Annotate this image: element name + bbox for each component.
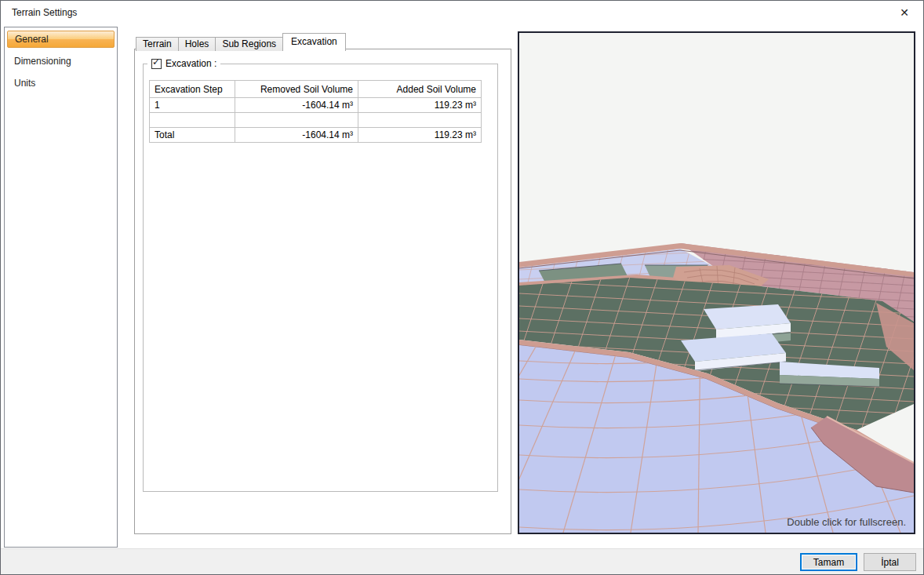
checkbox-box: ✓ bbox=[151, 59, 162, 69]
excavation-groupbox: ✓ Excavation : Excavation Step Removed S… bbox=[143, 64, 498, 492]
close-icon: ✕ bbox=[900, 6, 909, 19]
table-row[interactable] bbox=[150, 113, 482, 128]
table-cell bbox=[235, 113, 358, 128]
table-cell: -1604.14 m³ bbox=[235, 98, 358, 113]
table-cell: Total bbox=[150, 128, 235, 143]
close-button[interactable]: ✕ bbox=[890, 2, 919, 23]
tab-strip: Terrain Holes Sub Regions Excavation bbox=[136, 33, 345, 51]
check-icon: ✓ bbox=[152, 57, 160, 67]
tab-sub-regions[interactable]: Sub Regions bbox=[215, 37, 283, 51]
tab-label: Excavation bbox=[291, 36, 337, 47]
sidebar-item-units[interactable]: Units bbox=[7, 75, 115, 92]
sidebar-item-general[interactable]: General bbox=[7, 31, 115, 48]
excavation-checkbox[interactable]: ✓ Excavation : bbox=[147, 58, 220, 69]
column-header-excavation-step[interactable]: Excavation Step bbox=[150, 81, 235, 98]
table-cell: 119.23 m³ bbox=[358, 128, 482, 143]
footer-bar bbox=[1, 548, 923, 575]
table-cell: -1604.14 m³ bbox=[235, 128, 358, 143]
table-row-total[interactable]: Total -1604.14 m³ 119.23 m³ bbox=[150, 128, 482, 143]
terrain-preview-rendering bbox=[519, 33, 914, 533]
column-header-removed-soil-volume[interactable]: Removed Soil Volume bbox=[235, 81, 358, 98]
tab-label: Holes bbox=[185, 38, 209, 49]
table-cell bbox=[150, 113, 235, 128]
cancel-button[interactable]: İptal bbox=[864, 553, 916, 571]
table-cell: 1 bbox=[150, 98, 235, 113]
tab-label: Terrain bbox=[143, 38, 172, 49]
table-header-row: Excavation Step Removed Soil Volume Adde… bbox=[150, 81, 482, 98]
sidebar-item-dimensioning[interactable]: Dimensioning bbox=[7, 53, 115, 70]
title-bar: Terrain Settings ✕ bbox=[1, 1, 923, 24]
excavation-tab-page: ✓ Excavation : Excavation Step Removed S… bbox=[134, 49, 511, 534]
tab-holes[interactable]: Holes bbox=[178, 37, 216, 51]
sidebar: General Dimensioning Units bbox=[4, 27, 118, 548]
table-cell bbox=[358, 113, 482, 128]
tab-excavation[interactable]: Excavation bbox=[282, 33, 346, 51]
fullscreen-hint: Double click for fullscreen. bbox=[787, 516, 906, 528]
sidebar-item-label: Units bbox=[14, 78, 35, 89]
tab-label: Sub Regions bbox=[222, 38, 276, 49]
table-row[interactable]: 1 -1604.14 m³ 119.23 m³ bbox=[150, 98, 482, 113]
terrain-preview-panel[interactable]: Double click for fullscreen. bbox=[518, 31, 915, 534]
window-title: Terrain Settings bbox=[12, 7, 77, 18]
ok-button[interactable]: Tamam bbox=[800, 553, 857, 571]
sidebar-item-label: General bbox=[15, 34, 49, 45]
excavation-table: Excavation Step Removed Soil Volume Adde… bbox=[149, 80, 482, 143]
table-cell: 119.23 m³ bbox=[358, 98, 482, 113]
tab-terrain[interactable]: Terrain bbox=[136, 37, 179, 51]
terrain-settings-dialog: Terrain Settings ✕ General Dimensioning … bbox=[0, 0, 924, 575]
excavation-checkbox-label: Excavation : bbox=[166, 58, 216, 69]
sidebar-item-label: Dimensioning bbox=[14, 56, 71, 67]
column-header-added-soil-volume[interactable]: Added Soil Volume bbox=[358, 81, 482, 98]
